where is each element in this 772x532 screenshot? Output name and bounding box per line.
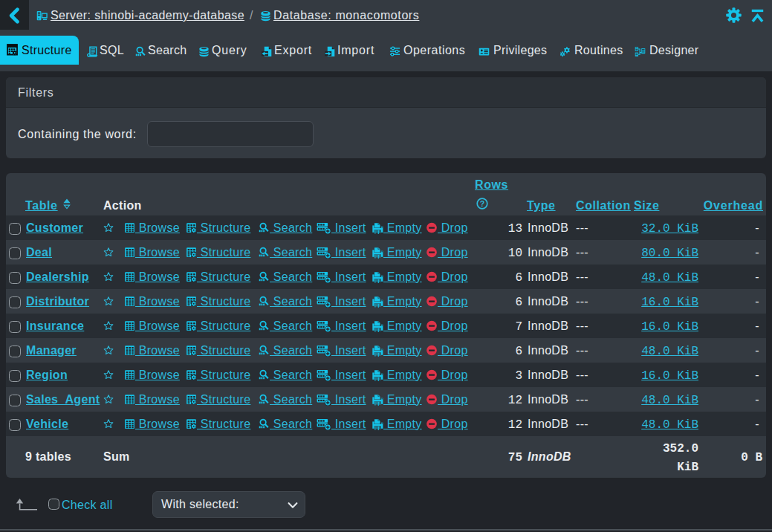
svg-text:?: ? <box>480 199 485 208</box>
